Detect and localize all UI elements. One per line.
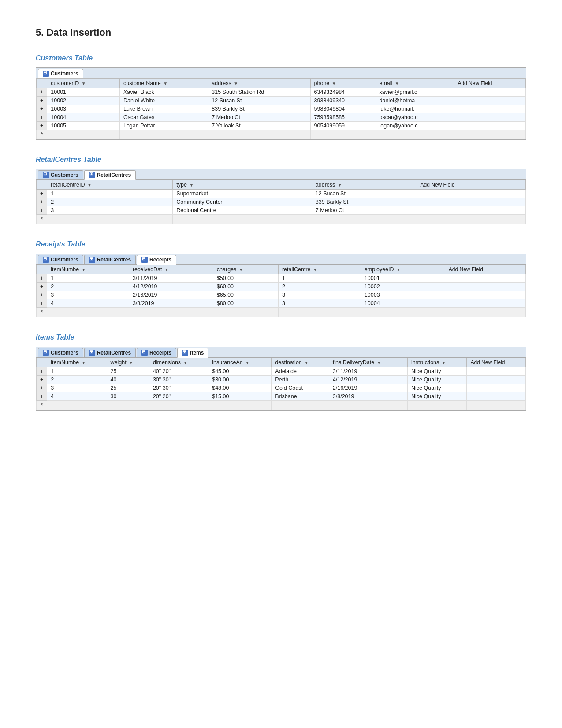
cell-employeeid: 10001 — [361, 274, 445, 283]
table-row: + 2 4/12/2019 $60.00 2 10002 — [37, 283, 526, 291]
items-table-wrapper: Customers RetailCentres Receipts Items — [36, 347, 526, 411]
cell-addfield — [467, 367, 526, 376]
cell-itemnum: 2 — [47, 376, 107, 384]
items-col-dimensions[interactable]: dimensions ▼ — [149, 358, 208, 367]
row-expand[interactable]: + — [37, 190, 47, 198]
customers-tab-bar: Customers — [36, 68, 526, 78]
customers-col-id[interactable]: customerID ▼ — [47, 79, 120, 88]
cell-address: 7 Merloo Ct — [312, 206, 417, 215]
cell-name: Xavier Black — [119, 88, 208, 97]
row-expand[interactable]: + — [37, 206, 47, 215]
receipts-tab-retail[interactable]: RetailCentres — [84, 255, 136, 264]
cell-email: logan@yahoo.c — [376, 122, 454, 130]
rec-add-field[interactable]: Add New Field — [445, 265, 525, 274]
cell-addfield — [417, 206, 525, 215]
new-record-row: * — [37, 308, 526, 317]
items-add-field[interactable]: Add New Field — [467, 358, 526, 367]
rc-col-type[interactable]: type ▼ — [173, 180, 312, 190]
row-expand[interactable]: + — [37, 113, 47, 122]
customers-col-name[interactable]: customerName ▼ — [119, 79, 208, 88]
row-expand[interactable]: + — [37, 198, 47, 206]
items-tab-receipts[interactable]: Receipts — [137, 348, 176, 357]
table-icon — [43, 71, 49, 77]
row-expand[interactable]: + — [37, 392, 47, 401]
cell-date: 2/16/2019 — [129, 291, 213, 299]
row-expand[interactable]: + — [37, 105, 47, 113]
table-row: + 3 Regional Centre 7 Merloo Ct — [37, 206, 526, 215]
cell-instructions: Nice Quality — [408, 392, 467, 401]
new-record-indicator: * — [37, 215, 47, 224]
row-expand[interactable]: + — [37, 88, 47, 97]
retailcentres-tab-retail[interactable]: RetailCentres — [84, 170, 136, 180]
cell-deliverydate: 2/16/2019 — [329, 384, 407, 392]
customers-col-email[interactable]: email ▼ — [376, 79, 454, 88]
items-col-instructions[interactable]: instructions ▼ — [408, 358, 467, 367]
items-tab-customers[interactable]: Customers — [38, 348, 83, 357]
cell-phone: 9054099059 — [310, 122, 376, 130]
receipts-tab-receipts[interactable]: Receipts — [137, 255, 176, 265]
cell-employeeid: 10002 — [361, 283, 445, 291]
cell-addfield — [467, 384, 526, 392]
rec-col-retailcentre[interactable]: retailCentre ▼ — [278, 265, 361, 274]
row-expand[interactable]: + — [37, 291, 47, 299]
rc-col-address[interactable]: address ▼ — [312, 180, 417, 190]
cell-insurance: $45.00 — [208, 367, 272, 376]
cell-itemnum: 3 — [47, 384, 107, 392]
cell-charges: $60.00 — [213, 283, 278, 291]
table-row: + 1 Supermarket 12 Susan St — [37, 190, 526, 198]
items-data-table: itemNumbe ▼ weight ▼ dimensions ▼ insura… — [36, 358, 526, 410]
customers-add-field[interactable]: Add New Field — [454, 79, 526, 88]
cell-address: 7 Yalloak St — [208, 122, 310, 130]
rc-col-id[interactable]: retailCentreID ▼ — [47, 180, 173, 190]
cell-instructions: Nice Quality — [408, 384, 467, 392]
cell-itemnum: 2 — [47, 283, 129, 291]
table-row: + 1 25 40" 20" $45.00 Adelaide 3/11/2019… — [37, 367, 526, 376]
items-col-deliverydate[interactable]: finalDeliveryDate ▼ — [329, 358, 407, 367]
rec-col-date[interactable]: receivedDat ▼ — [129, 265, 213, 274]
rc-add-field[interactable]: Add New Field — [417, 180, 525, 190]
items-tab-items[interactable]: Items — [177, 348, 208, 358]
items-col-insurance[interactable]: insuranceAn ▼ — [208, 358, 272, 367]
row-expand[interactable]: + — [37, 376, 47, 384]
items-tab-retail[interactable]: RetailCentres — [84, 348, 136, 357]
cell-deliverydate: 3/8/2019 — [329, 392, 407, 401]
table-icon — [89, 172, 95, 178]
receipts-tab-customers[interactable]: Customers — [38, 255, 83, 264]
row-expand[interactable]: + — [37, 299, 47, 308]
retailcentres-section: RetailCentres Table Customers RetailCent… — [36, 156, 526, 224]
rec-col-itemnum[interactable]: itemNumbe ▼ — [47, 265, 129, 274]
cell-deliverydate: 4/12/2019 — [329, 376, 407, 384]
cell-addfield — [454, 97, 526, 105]
row-expand[interactable]: + — [37, 384, 47, 392]
row-expand[interactable]: + — [37, 97, 47, 105]
customers-tab-customers[interactable]: Customers — [38, 69, 83, 78]
cell-address: 315 South Station Rd — [208, 88, 310, 97]
cell-date: 3/11/2019 — [129, 274, 213, 283]
rc-nav-header — [37, 180, 47, 190]
table-icon — [141, 350, 148, 356]
tab-label: RetailCentres — [97, 257, 131, 263]
row-expand[interactable]: + — [37, 274, 47, 283]
items-col-destination[interactable]: destination ▼ — [272, 358, 329, 367]
row-expand[interactable]: + — [37, 283, 47, 291]
customers-header-row: customerID ▼ customerName ▼ address ▼ ph… — [37, 79, 526, 88]
cell-addfield — [445, 299, 525, 308]
items-col-itemnum[interactable]: itemNumbe ▼ — [47, 358, 107, 367]
cell-dimensions: 40" 20" — [149, 367, 208, 376]
items-header-row: itemNumbe ▼ weight ▼ dimensions ▼ insura… — [37, 358, 526, 367]
row-expand[interactable]: + — [37, 122, 47, 130]
rec-col-employeeid[interactable]: employeeID ▼ — [361, 265, 445, 274]
cell-itemnum: 1 — [47, 274, 129, 283]
cell-weight: 25 — [107, 367, 149, 376]
rec-col-charges[interactable]: charges ▼ — [213, 265, 278, 274]
cell-type: Regional Centre — [173, 206, 312, 215]
customers-col-address[interactable]: address ▼ — [208, 79, 310, 88]
cell-name: Logan Pottar — [119, 122, 208, 130]
items-col-weight[interactable]: weight ▼ — [107, 358, 149, 367]
tab-label: Customers — [51, 257, 78, 263]
customers-col-phone[interactable]: phone ▼ — [310, 79, 376, 88]
row-expand[interactable]: + — [37, 367, 47, 376]
cell-itemnum: 1 — [47, 367, 107, 376]
customers-tab-label: Customers — [51, 71, 78, 77]
retailcentres-tab-customers[interactable]: Customers — [38, 170, 83, 179]
